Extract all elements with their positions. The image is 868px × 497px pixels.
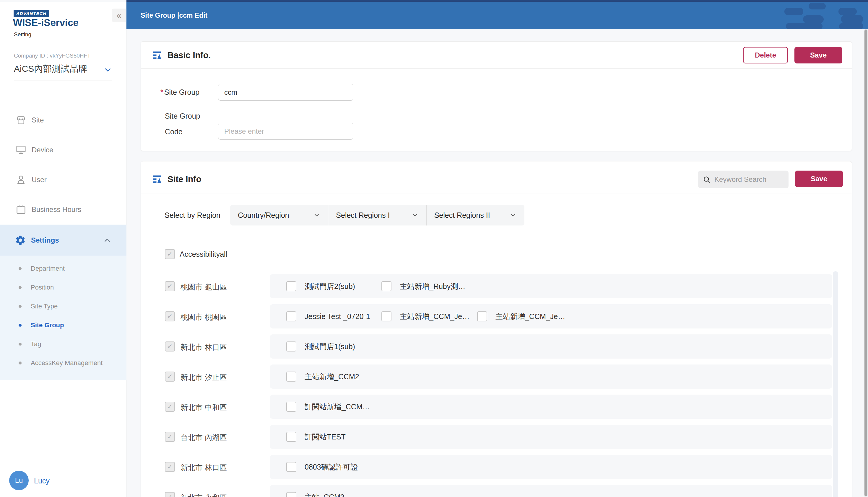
site-label: 主站新增_CCM2 <box>305 372 359 382</box>
delete-button[interactable]: Delete <box>743 47 788 63</box>
site-checkbox[interactable] <box>286 341 296 352</box>
chevron-up-icon <box>104 237 111 244</box>
settings-subitem-department[interactable]: Department <box>0 259 126 278</box>
redacted-pill <box>839 23 863 29</box>
site-item: 訂閱站TEST <box>286 425 346 449</box>
site-panel: 訂閱站TEST <box>270 425 832 449</box>
site-item: 主站新增_Ruby測… <box>382 274 465 298</box>
user-name-link[interactable]: Lucy <box>34 477 50 485</box>
site-checkbox[interactable] <box>286 281 296 291</box>
site-label: 測試門店1(sub) <box>305 342 355 352</box>
site-item: 0803確認許可證 <box>286 455 358 479</box>
site-group-code-input[interactable] <box>218 123 353 140</box>
site-item: 測試門店2(sub) <box>286 274 355 298</box>
sidebar-collapse-button[interactable]: « <box>112 9 126 22</box>
site-item: 主站新增_CCM2 <box>286 365 359 389</box>
region-row: ✓新北市 汐止區主站新增_CCM2 <box>141 361 852 392</box>
calendar-icon <box>15 204 27 215</box>
sidebar-item-site[interactable]: Site <box>0 105 126 135</box>
list-scrollbar-track[interactable] <box>833 271 838 497</box>
region-checkbox: ✓ <box>165 432 175 442</box>
redacted-pill <box>839 8 857 15</box>
site-label: 0803確認許可證 <box>305 462 358 472</box>
card-divider <box>141 194 852 194</box>
region-row: ✓台北市 內湖區訂閱站TEST <box>141 422 852 452</box>
settings-subitem-site-group[interactable]: Site Group <box>0 316 126 335</box>
region-dropdown-3[interactable]: Select Regions II <box>426 205 524 226</box>
sidebar-divider <box>14 81 112 81</box>
region-dropdown-1[interactable]: Country/Region <box>230 205 328 226</box>
chevron-down-icon <box>313 212 320 219</box>
site-checkbox[interactable] <box>286 372 296 382</box>
region-checkbox: ✓ <box>165 311 175 322</box>
settings-subitem-site-type[interactable]: Site Type <box>0 297 126 316</box>
site-checkbox[interactable] <box>286 492 296 497</box>
site-label: 主站新增_Ruby測… <box>400 282 465 291</box>
site-group-code-label: Site Group Code <box>165 108 212 140</box>
site-panel: 訂閱站新增_CCM… <box>270 395 832 419</box>
redacted-pill <box>841 15 863 24</box>
settings-subitem-tag[interactable]: Tag <box>0 335 126 354</box>
region-row: ✓新北市 永和區主站_CCM3 <box>141 482 852 497</box>
avatar[interactable]: Lu <box>9 471 29 490</box>
brand-chevron-down-icon[interactable] <box>104 66 112 74</box>
settings-subitem-label: Site Group <box>31 322 64 329</box>
topbar: Site Group |ccm Edit <box>126 2 868 29</box>
sidebar-item-user[interactable]: User <box>0 165 126 195</box>
select-by-region-label: Select by Region <box>165 211 220 219</box>
site-label: 訂閱站TEST <box>305 432 346 442</box>
settings-subitem-label: Department <box>31 265 65 272</box>
site-info-save-button[interactable]: Save <box>795 171 843 187</box>
site-checkbox[interactable] <box>286 402 296 412</box>
site-group-input[interactable] <box>218 84 353 101</box>
site-checkbox[interactable] <box>382 311 391 322</box>
region-dropdown-2[interactable]: Select Regions I <box>328 205 426 226</box>
keyword-search-box[interactable] <box>698 171 788 188</box>
settings-subitem-position[interactable]: Position <box>0 278 126 297</box>
page-scrollbar <box>864 29 868 497</box>
region-site-rows: ✓桃園市 龜山區測試門店2(sub)主站新增_Ruby測…✓桃園市 桃園區Jes… <box>141 271 852 497</box>
settings-subitem-accesskey-management[interactable]: AccessKey Management <box>0 354 126 372</box>
site-checkbox[interactable] <box>286 462 296 472</box>
region-row: ✓桃園市 龜山區測試門店2(sub)主站新增_Ruby測… <box>141 271 852 301</box>
site-item: 測試門店1(sub) <box>286 335 355 358</box>
region-checkbox: ✓ <box>165 462 175 472</box>
region-row: ✓新北市 林口區0803確認許可證 <box>141 452 852 482</box>
site-label: 主站新增_CCM_Je… <box>400 312 469 322</box>
dropdown-selected-value: Select Regions I <box>336 211 390 219</box>
site-info-title: Site Info <box>167 174 201 184</box>
region-label: 桃園市 桃園區 <box>180 312 227 322</box>
keyword-search-input[interactable] <box>714 175 782 184</box>
site-checkbox[interactable] <box>286 432 296 442</box>
site-checkbox[interactable] <box>477 311 487 322</box>
save-button[interactable]: Save <box>795 47 842 63</box>
main-content: Basic Info. Delete Save *Site Group Site… <box>126 29 868 497</box>
page-scrollbar-thumb[interactable] <box>865 29 867 496</box>
bullet-icon <box>18 343 22 345</box>
sidebar-item-business-hours[interactable]: Business Hours <box>0 195 126 224</box>
sidebar-item-settings[interactable]: Settings <box>0 225 126 256</box>
site-item: 主站新增_CCM_Je… <box>382 304 469 328</box>
region-label: 桃園市 龜山區 <box>180 282 227 292</box>
bullet-icon <box>18 286 22 289</box>
basic-info-card: Basic Info. Delete Save *Site Group Site… <box>141 41 852 151</box>
basic-info-title: Basic Info. <box>167 51 211 60</box>
site-label: 測試門店2(sub) <box>305 282 355 291</box>
sidebar-item-device[interactable]: Device <box>0 135 126 165</box>
redacted-pill <box>786 23 823 29</box>
site-label: Jessie Test _0720-1 <box>305 312 370 321</box>
bullet-icon <box>18 267 22 270</box>
settings-subitem-label: Position <box>31 284 54 291</box>
settings-subitem-label: Site Type <box>31 302 58 310</box>
dropdown-selected-value: Select Regions II <box>434 211 490 219</box>
sidebar-nav: SiteDeviceUserBusiness Hours <box>0 105 126 224</box>
region-row: ✓桃園市 桃園區Jessie Test _0720-1主站新增_CCM_Je…主… <box>141 301 852 331</box>
accessibility-all-checkbox: ✓ <box>165 249 175 259</box>
site-item: 主站新增_CCM_Je… <box>477 304 565 328</box>
site-checkbox[interactable] <box>286 311 296 322</box>
site-checkbox[interactable] <box>382 281 391 291</box>
site-item: 訂閱站新增_CCM… <box>286 395 370 419</box>
app-subtitle: Setting <box>14 31 31 38</box>
site-panel: Jessie Test _0720-1主站新增_CCM_Je…主站新增_CCM_… <box>270 304 832 328</box>
site-panel: 測試門店2(sub)主站新增_Ruby測… <box>270 274 832 298</box>
